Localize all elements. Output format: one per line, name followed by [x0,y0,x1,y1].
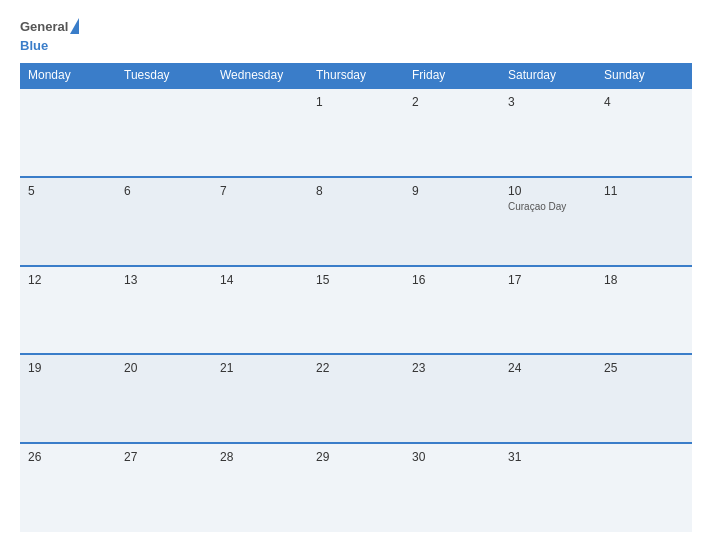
weekday-header-tuesday: Tuesday [116,63,212,88]
day-number: 28 [220,450,300,464]
calendar-cell: 24 [500,354,596,443]
weekday-header-saturday: Saturday [500,63,596,88]
calendar-cell: 14 [212,266,308,355]
day-number: 15 [316,273,396,287]
calendar-cell: 31 [500,443,596,532]
day-number: 4 [604,95,684,109]
calendar-cell: 6 [116,177,212,266]
weekday-header-wednesday: Wednesday [212,63,308,88]
day-number: 8 [316,184,396,198]
calendar-week-row: 1234 [20,88,692,177]
day-number: 7 [220,184,300,198]
calendar-cell: 22 [308,354,404,443]
calendar-cell: 3 [500,88,596,177]
day-number: 29 [316,450,396,464]
day-number: 13 [124,273,204,287]
day-number: 27 [124,450,204,464]
calendar-cell: 27 [116,443,212,532]
day-number: 12 [28,273,108,287]
day-number: 21 [220,361,300,375]
calendar-cell: 25 [596,354,692,443]
calendar-week-row: 262728293031 [20,443,692,532]
day-number: 3 [508,95,588,109]
logo-general-text: General [20,19,68,34]
day-number: 18 [604,273,684,287]
day-number: 30 [412,450,492,464]
calendar-week-row: 5678910Curaçao Day11 [20,177,692,266]
logo-triangle-icon [70,18,79,34]
day-number: 14 [220,273,300,287]
day-number: 11 [604,184,684,198]
day-number: 20 [124,361,204,375]
calendar-cell: 4 [596,88,692,177]
day-number: 26 [28,450,108,464]
calendar-cell: 9 [404,177,500,266]
holiday-label: Curaçao Day [508,201,588,212]
calendar-week-row: 12131415161718 [20,266,692,355]
calendar-cell [596,443,692,532]
calendar-cell: 2 [404,88,500,177]
calendar-cell: 26 [20,443,116,532]
calendar-cell: 19 [20,354,116,443]
calendar-week-row: 19202122232425 [20,354,692,443]
day-number: 22 [316,361,396,375]
day-number: 23 [412,361,492,375]
calendar-cell: 11 [596,177,692,266]
calendar-cell [116,88,212,177]
weekday-header-thursday: Thursday [308,63,404,88]
calendar-cell: 29 [308,443,404,532]
calendar-header: GeneralBlue [20,18,692,53]
day-number: 5 [28,184,108,198]
calendar-cell: 28 [212,443,308,532]
calendar-cell: 7 [212,177,308,266]
logo: GeneralBlue [20,18,79,53]
logo-blue-text: Blue [20,38,48,53]
calendar-cell: 23 [404,354,500,443]
calendar-cell: 17 [500,266,596,355]
day-number: 19 [28,361,108,375]
day-number: 6 [124,184,204,198]
calendar-cell: 1 [308,88,404,177]
calendar-table: MondayTuesdayWednesdayThursdayFridaySatu… [20,63,692,532]
day-number: 9 [412,184,492,198]
calendar-cell: 18 [596,266,692,355]
calendar-cell: 16 [404,266,500,355]
calendar-cell: 5 [20,177,116,266]
weekday-header-friday: Friday [404,63,500,88]
day-number: 16 [412,273,492,287]
calendar-cell: 30 [404,443,500,532]
weekday-header-sunday: Sunday [596,63,692,88]
day-number: 31 [508,450,588,464]
day-number: 1 [316,95,396,109]
calendar-cell: 8 [308,177,404,266]
day-number: 10 [508,184,588,198]
calendar-cell: 12 [20,266,116,355]
calendar-cell: 13 [116,266,212,355]
day-number: 17 [508,273,588,287]
calendar-cell: 10Curaçao Day [500,177,596,266]
calendar-cell: 15 [308,266,404,355]
calendar-cell [20,88,116,177]
day-number: 2 [412,95,492,109]
day-number: 24 [508,361,588,375]
weekday-header-row: MondayTuesdayWednesdayThursdayFridaySatu… [20,63,692,88]
weekday-header-monday: Monday [20,63,116,88]
calendar-cell: 21 [212,354,308,443]
calendar-cell [212,88,308,177]
day-number: 25 [604,361,684,375]
calendar-cell: 20 [116,354,212,443]
